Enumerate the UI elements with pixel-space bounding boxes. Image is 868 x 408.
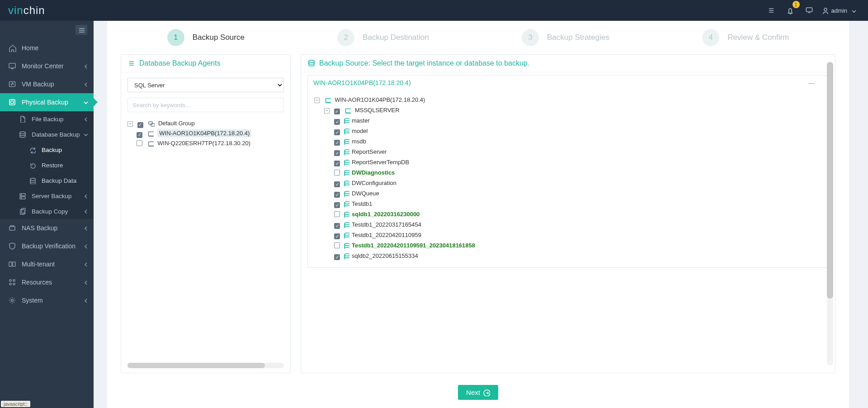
tree-checkbox[interactable] [334, 211, 340, 217]
tree-checkbox[interactable]: ✓ [334, 129, 340, 135]
db-host-label: WIN-AOR1O1K04PB(172.18.20.4) [335, 96, 425, 103]
wizard-step-1[interactable]: 1 Backup Source [167, 29, 245, 46]
db-name-label[interactable]: Testdb1_202204201109591_20230418161858 [352, 242, 475, 249]
db-name-label[interactable]: Testdb1_20220317165454 [352, 221, 421, 228]
tree-host-label[interactable]: WIN-Q220ESRH7TP(172.18.30.20) [157, 140, 250, 147]
db-item: ✓Testdb1 [334, 199, 822, 209]
agent-search-input[interactable] [127, 98, 284, 112]
agents-scrollbar[interactable] [127, 363, 284, 368]
sidebar-item-backup[interactable]: Backup [0, 142, 94, 157]
wizard-step-2[interactable]: 2 Backup Destination [337, 29, 429, 46]
database-icon [343, 180, 350, 186]
sidebar-item-restore[interactable]: Restore [0, 157, 94, 173]
tree-checkbox[interactable] [334, 242, 340, 248]
brand-rest: chin [24, 4, 45, 16]
tree-checkbox[interactable]: ✓ [334, 140, 340, 146]
source-panel-title: Backup Source: Select the target instanc… [301, 55, 835, 72]
topbar-bell-icon[interactable]: 1 [783, 3, 798, 18]
sidebar-item-verification[interactable]: Backup Verification [0, 237, 94, 255]
source-scrollbar[interactable] [827, 62, 833, 365]
db-type-select[interactable]: SQL Server [127, 78, 284, 92]
database-icon [343, 253, 350, 259]
collapse-icon: — [808, 79, 815, 86]
wizard-step-3[interactable]: 3 Backup Strategies [522, 29, 609, 46]
tree-checkbox[interactable]: ✓ [334, 150, 340, 156]
tree-checkbox[interactable]: ✓ [334, 254, 340, 260]
db-item: Testdb1_202204201109591_20230418161858 [334, 240, 822, 251]
wizard-step-number: 2 [337, 29, 354, 46]
tree-toggle-icon[interactable]: − [127, 121, 133, 127]
sidebar-item-server-backup[interactable]: Server Backup [0, 188, 94, 204]
sidebar-item-monitor[interactable]: Monitor Center [0, 57, 94, 75]
sidebar-label: Monitor Center [22, 62, 64, 70]
db-name-label[interactable]: DWQueue [352, 190, 379, 197]
tree-toggle-icon[interactable]: − [324, 108, 330, 114]
db-name-label[interactable]: Testdb1 [352, 200, 373, 207]
sidebar-item-db-backup[interactable]: Database Backup [0, 127, 94, 142]
tree-toggle-icon[interactable]: − [314, 98, 320, 103]
sidebar-item-nas[interactable]: NAS Backup [0, 219, 94, 237]
db-name-label[interactable]: ReportServer [352, 148, 387, 155]
group-icon [147, 120, 155, 127]
topbar-screen-icon[interactable] [802, 3, 817, 18]
sidebar-label: Database Backup [32, 131, 80, 138]
tree-checkbox[interactable] [137, 140, 142, 146]
db-name-label[interactable]: model [352, 128, 368, 134]
wizard-step-label: Backup Destination [363, 33, 429, 42]
tree-host-label[interactable]: WIN-AOR1O1K04PB(172.18.20.4) [157, 129, 251, 137]
sidebar-item-resources[interactable]: Resources [0, 273, 94, 291]
db-name-label[interactable]: DWDiagnostics [352, 169, 395, 176]
db-name-label[interactable]: master [352, 117, 370, 124]
db-name-label[interactable]: sqldb1_20220316230000 [352, 211, 420, 218]
db-name-label[interactable]: ReportServerTempDB [352, 159, 409, 166]
sidebar-item-backup-copy[interactable]: Backup Copy [0, 204, 94, 219]
db-item: ✓ReportServerTempDB [334, 157, 822, 167]
sidebar-item-home[interactable]: Home [0, 39, 94, 57]
tree-checkbox[interactable]: ✓ [334, 223, 340, 229]
tree-checkbox[interactable]: ✓ [137, 132, 142, 138]
db-name-label[interactable]: msdb [352, 138, 366, 145]
db-name-label[interactable]: DWConfiguration [352, 180, 396, 186]
host-icon [324, 97, 331, 103]
source-panel: Backup Source: Select the target instanc… [301, 54, 835, 373]
sidebar-item-multitenant[interactable]: Multi-tenant [0, 255, 94, 273]
database-icon [343, 149, 350, 155]
tree-checkbox[interactable]: ✓ [334, 233, 340, 239]
wizard-step-number: 1 [167, 29, 184, 46]
sidebar-label: Multi-tenant [22, 261, 55, 268]
agents-panel: Database Backup Agents SQL Server − ✓ [121, 54, 291, 373]
wizard-step-label: Backup Source [193, 33, 245, 42]
sidebar-collapse-button[interactable] [75, 25, 87, 35]
tree-checkbox[interactable]: ✓ [334, 192, 340, 198]
next-button-label: Next [466, 389, 480, 396]
sidebar-item-backup-data[interactable]: Backup Data [0, 173, 94, 188]
sidebar-label: Restore [42, 162, 63, 169]
db-instance-label[interactable]: MSSQLSERVER [355, 107, 400, 114]
topbar-log-icon[interactable] [764, 3, 779, 18]
db-name-label[interactable]: Testdb1_20220420110959 [352, 232, 421, 238]
source-host-header[interactable]: WIN-AOR1O1K04PB(172.18.20.4) — [307, 75, 829, 90]
database-icon [343, 159, 350, 166]
database-icon [343, 128, 350, 134]
notification-badge: 1 [793, 1, 800, 8]
sidebar-item-system[interactable]: System [0, 291, 94, 309]
topbar-user-name: admin [831, 7, 847, 14]
sidebar-item-physical[interactable]: Physical Backup [0, 93, 94, 111]
sidebar-item-file-backup[interactable]: File Backup [0, 111, 94, 127]
tree-checkbox[interactable] [334, 170, 340, 176]
tree-checkbox[interactable]: ✓ [137, 122, 143, 128]
tree-checkbox[interactable]: ✓ [334, 161, 340, 166]
tree-checkbox[interactable]: ✓ [334, 109, 340, 114]
topbar: vinchin 1 admin [0, 0, 868, 21]
db-item: ✓Testdb1_20220317165454 [334, 219, 822, 230]
sidebar-item-vm[interactable]: VM Backup [0, 75, 94, 93]
tree-checkbox[interactable]: ✓ [334, 181, 340, 187]
wizard-step-4[interactable]: 4 Review & Confirm [702, 29, 789, 46]
db-name-label[interactable]: sqldb2_20220615155334 [352, 252, 418, 259]
tree-checkbox[interactable]: ✓ [334, 119, 340, 125]
sidebar: Home Monitor Center VM Backup Physical B… [0, 21, 94, 408]
brand-logo: vinchin [8, 4, 45, 17]
tree-checkbox[interactable]: ✓ [334, 202, 340, 208]
next-button[interactable]: Next [458, 385, 498, 400]
topbar-user-menu[interactable]: admin [819, 7, 859, 14]
